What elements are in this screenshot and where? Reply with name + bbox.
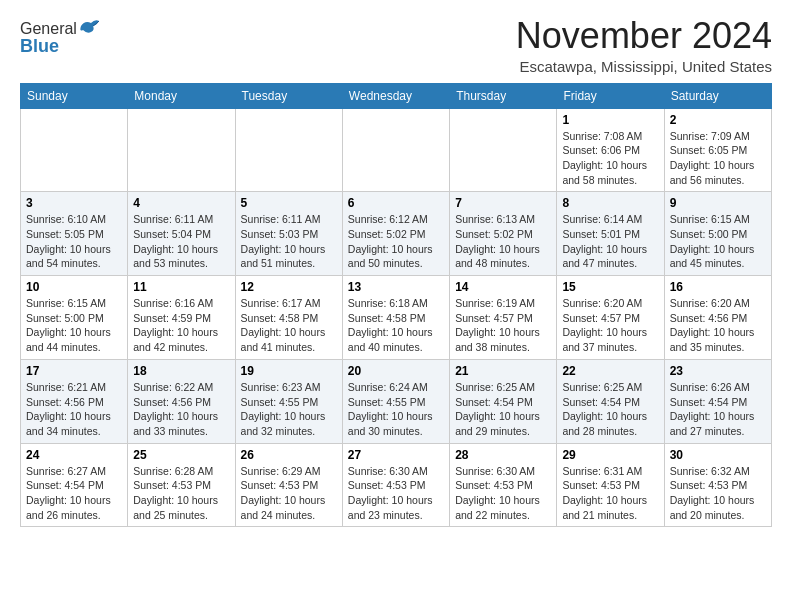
calendar-cell — [450, 108, 557, 192]
logo-bird-icon — [79, 18, 101, 36]
day-number: 10 — [26, 280, 122, 294]
day-number: 6 — [348, 196, 444, 210]
calendar-cell: 27 Sunrise: 6:30 AMSunset: 4:53 PMDaylig… — [342, 443, 449, 527]
calendar-cell: 25 Sunrise: 6:28 AMSunset: 4:53 PMDaylig… — [128, 443, 235, 527]
day-number: 1 — [562, 113, 658, 127]
day-number: 29 — [562, 448, 658, 462]
day-number: 9 — [670, 196, 766, 210]
day-number: 16 — [670, 280, 766, 294]
day-number: 24 — [26, 448, 122, 462]
calendar-cell: 5 Sunrise: 6:11 AMSunset: 5:03 PMDayligh… — [235, 192, 342, 276]
calendar-cell: 22 Sunrise: 6:25 AMSunset: 4:54 PMDaylig… — [557, 359, 664, 443]
day-number: 21 — [455, 364, 551, 378]
weekday-header-thursday: Thursday — [450, 83, 557, 108]
header: General Blue November 2024 Escatawpa, Mi… — [20, 16, 772, 75]
calendar-cell — [21, 108, 128, 192]
weekday-header-friday: Friday — [557, 83, 664, 108]
calendar-cell: 18 Sunrise: 6:22 AMSunset: 4:56 PMDaylig… — [128, 359, 235, 443]
day-info: Sunrise: 6:22 AMSunset: 4:56 PMDaylight:… — [133, 381, 218, 437]
day-info: Sunrise: 6:13 AMSunset: 5:02 PMDaylight:… — [455, 213, 540, 269]
day-number: 19 — [241, 364, 337, 378]
calendar-cell: 12 Sunrise: 6:17 AMSunset: 4:58 PMDaylig… — [235, 276, 342, 360]
day-number: 4 — [133, 196, 229, 210]
day-info: Sunrise: 6:32 AMSunset: 4:53 PMDaylight:… — [670, 465, 755, 521]
day-number: 22 — [562, 364, 658, 378]
calendar-cell: 13 Sunrise: 6:18 AMSunset: 4:58 PMDaylig… — [342, 276, 449, 360]
weekday-header-monday: Monday — [128, 83, 235, 108]
weekday-header-wednesday: Wednesday — [342, 83, 449, 108]
weekday-header-saturday: Saturday — [664, 83, 771, 108]
day-info: Sunrise: 6:31 AMSunset: 4:53 PMDaylight:… — [562, 465, 647, 521]
calendar-cell: 20 Sunrise: 6:24 AMSunset: 4:55 PMDaylig… — [342, 359, 449, 443]
day-number: 14 — [455, 280, 551, 294]
day-number: 8 — [562, 196, 658, 210]
day-number: 13 — [348, 280, 444, 294]
day-info: Sunrise: 7:08 AMSunset: 6:06 PMDaylight:… — [562, 130, 647, 186]
day-number: 5 — [241, 196, 337, 210]
day-info: Sunrise: 6:16 AMSunset: 4:59 PMDaylight:… — [133, 297, 218, 353]
calendar-cell: 14 Sunrise: 6:19 AMSunset: 4:57 PMDaylig… — [450, 276, 557, 360]
calendar-cell: 8 Sunrise: 6:14 AMSunset: 5:01 PMDayligh… — [557, 192, 664, 276]
day-info: Sunrise: 6:15 AMSunset: 5:00 PMDaylight:… — [670, 213, 755, 269]
day-info: Sunrise: 7:09 AMSunset: 6:05 PMDaylight:… — [670, 130, 755, 186]
weekday-header-tuesday: Tuesday — [235, 83, 342, 108]
day-number: 23 — [670, 364, 766, 378]
month-title: November 2024 — [516, 16, 772, 56]
logo-blue-text: Blue — [20, 36, 59, 57]
day-number: 28 — [455, 448, 551, 462]
calendar-cell: 29 Sunrise: 6:31 AMSunset: 4:53 PMDaylig… — [557, 443, 664, 527]
day-number: 26 — [241, 448, 337, 462]
day-info: Sunrise: 6:20 AMSunset: 4:57 PMDaylight:… — [562, 297, 647, 353]
calendar-cell: 10 Sunrise: 6:15 AMSunset: 5:00 PMDaylig… — [21, 276, 128, 360]
calendar-cell: 4 Sunrise: 6:11 AMSunset: 5:04 PMDayligh… — [128, 192, 235, 276]
day-info: Sunrise: 6:15 AMSunset: 5:00 PMDaylight:… — [26, 297, 111, 353]
day-info: Sunrise: 6:30 AMSunset: 4:53 PMDaylight:… — [455, 465, 540, 521]
day-info: Sunrise: 6:14 AMSunset: 5:01 PMDaylight:… — [562, 213, 647, 269]
calendar-cell: 11 Sunrise: 6:16 AMSunset: 4:59 PMDaylig… — [128, 276, 235, 360]
calendar-cell: 3 Sunrise: 6:10 AMSunset: 5:05 PMDayligh… — [21, 192, 128, 276]
day-info: Sunrise: 6:19 AMSunset: 4:57 PMDaylight:… — [455, 297, 540, 353]
day-info: Sunrise: 6:10 AMSunset: 5:05 PMDaylight:… — [26, 213, 111, 269]
day-number: 30 — [670, 448, 766, 462]
day-info: Sunrise: 6:25 AMSunset: 4:54 PMDaylight:… — [562, 381, 647, 437]
day-info: Sunrise: 6:11 AMSunset: 5:04 PMDaylight:… — [133, 213, 218, 269]
day-info: Sunrise: 6:28 AMSunset: 4:53 PMDaylight:… — [133, 465, 218, 521]
page: General Blue November 2024 Escatawpa, Mi… — [0, 0, 792, 543]
day-info: Sunrise: 6:29 AMSunset: 4:53 PMDaylight:… — [241, 465, 326, 521]
day-number: 11 — [133, 280, 229, 294]
day-info: Sunrise: 6:18 AMSunset: 4:58 PMDaylight:… — [348, 297, 433, 353]
calendar-cell: 26 Sunrise: 6:29 AMSunset: 4:53 PMDaylig… — [235, 443, 342, 527]
calendar-cell: 19 Sunrise: 6:23 AMSunset: 4:55 PMDaylig… — [235, 359, 342, 443]
calendar-cell: 23 Sunrise: 6:26 AMSunset: 4:54 PMDaylig… — [664, 359, 771, 443]
day-number: 12 — [241, 280, 337, 294]
day-number: 15 — [562, 280, 658, 294]
calendar-cell: 21 Sunrise: 6:25 AMSunset: 4:54 PMDaylig… — [450, 359, 557, 443]
calendar-cell: 17 Sunrise: 6:21 AMSunset: 4:56 PMDaylig… — [21, 359, 128, 443]
day-info: Sunrise: 6:17 AMSunset: 4:58 PMDaylight:… — [241, 297, 326, 353]
calendar-cell: 15 Sunrise: 6:20 AMSunset: 4:57 PMDaylig… — [557, 276, 664, 360]
day-info: Sunrise: 6:23 AMSunset: 4:55 PMDaylight:… — [241, 381, 326, 437]
day-info: Sunrise: 6:25 AMSunset: 4:54 PMDaylight:… — [455, 381, 540, 437]
calendar-table: SundayMondayTuesdayWednesdayThursdayFrid… — [20, 83, 772, 528]
calendar-cell: 30 Sunrise: 6:32 AMSunset: 4:53 PMDaylig… — [664, 443, 771, 527]
calendar-cell — [128, 108, 235, 192]
day-info: Sunrise: 6:24 AMSunset: 4:55 PMDaylight:… — [348, 381, 433, 437]
calendar-cell: 2 Sunrise: 7:09 AMSunset: 6:05 PMDayligh… — [664, 108, 771, 192]
day-info: Sunrise: 6:26 AMSunset: 4:54 PMDaylight:… — [670, 381, 755, 437]
day-number: 2 — [670, 113, 766, 127]
day-info: Sunrise: 6:20 AMSunset: 4:56 PMDaylight:… — [670, 297, 755, 353]
calendar-row-3: 17 Sunrise: 6:21 AMSunset: 4:56 PMDaylig… — [21, 359, 772, 443]
title-block: November 2024 Escatawpa, Mississippi, Un… — [516, 16, 772, 75]
day-number: 20 — [348, 364, 444, 378]
calendar-row-2: 10 Sunrise: 6:15 AMSunset: 5:00 PMDaylig… — [21, 276, 772, 360]
day-info: Sunrise: 6:21 AMSunset: 4:56 PMDaylight:… — [26, 381, 111, 437]
calendar-cell: 7 Sunrise: 6:13 AMSunset: 5:02 PMDayligh… — [450, 192, 557, 276]
day-info: Sunrise: 6:27 AMSunset: 4:54 PMDaylight:… — [26, 465, 111, 521]
weekday-header-sunday: Sunday — [21, 83, 128, 108]
calendar-row-4: 24 Sunrise: 6:27 AMSunset: 4:54 PMDaylig… — [21, 443, 772, 527]
day-number: 27 — [348, 448, 444, 462]
location: Escatawpa, Mississippi, United States — [516, 58, 772, 75]
calendar-cell: 9 Sunrise: 6:15 AMSunset: 5:00 PMDayligh… — [664, 192, 771, 276]
calendar-header-row: SundayMondayTuesdayWednesdayThursdayFrid… — [21, 83, 772, 108]
day-number: 3 — [26, 196, 122, 210]
